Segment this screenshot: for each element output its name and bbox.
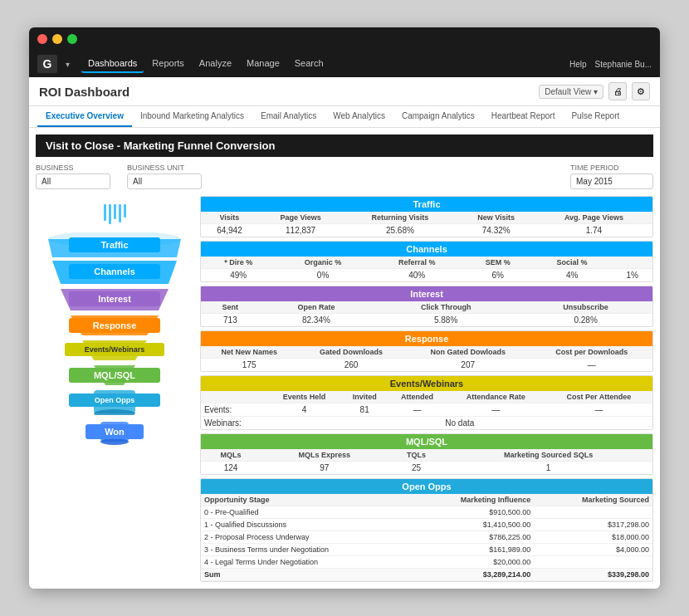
channels-table: * Dire % Organic % Referral % SEM % Soci… xyxy=(201,257,652,281)
channels-header: Channels xyxy=(201,242,652,257)
mql-table: MQLs MQLs Express TQLs Marketing Sourced… xyxy=(201,449,652,474)
nav-item-reports[interactable]: Reports xyxy=(145,55,191,73)
nav-item-dashboards[interactable]: Dashboards xyxy=(81,55,144,73)
nav-item-manage[interactable]: Manage xyxy=(240,55,286,73)
close-button[interactable] xyxy=(37,34,47,44)
channels-section: Channels * Dire % Organic % Referral % S… xyxy=(200,241,653,282)
events-val-attended: — xyxy=(388,403,447,417)
main-content: Visit to Close - Marketing Funnel Conver… xyxy=(29,128,660,589)
business-select[interactable]: All xyxy=(36,174,110,189)
funnel-mql: MQL/SQL xyxy=(36,365,193,387)
events-col-invited: Invited xyxy=(341,391,388,403)
tab-pulse-report[interactable]: Pulse Report xyxy=(563,106,628,127)
svg-point-4 xyxy=(100,438,129,445)
table-row: 4 - Legal Terms Under Negotiation $20,00… xyxy=(201,556,652,569)
tab-email-analytics[interactable]: Email Analytics xyxy=(252,106,325,127)
traffic-table: Visits Page Views Returning Visits New V… xyxy=(201,212,652,237)
response-header: Response xyxy=(201,331,652,346)
default-view-dropdown[interactable]: Default View ▾ xyxy=(539,85,603,99)
interest-val-unsub: 0.28% xyxy=(519,314,652,327)
traffic-val-pageviews: 112,837 xyxy=(258,224,343,237)
channels-col-social: Social % xyxy=(532,257,613,269)
mql-col-tqls: TQLs xyxy=(388,449,445,462)
user-menu[interactable]: Stephanie Bu... xyxy=(595,60,652,69)
events-col-attended: Attended xyxy=(388,391,447,403)
openopps-table: Opportunity Stage Marketing Influence Ma… xyxy=(201,494,652,581)
events-col-rate: Attendance Rate xyxy=(447,391,545,403)
interest-header: Interest xyxy=(201,286,652,301)
mql-val-mqls: 124 xyxy=(201,462,261,475)
time-period-select[interactable]: May 2015 xyxy=(570,174,653,189)
opps-sourced-3: $4,000.00 xyxy=(534,544,652,556)
opps-sum-sourced: $339,298.00 xyxy=(534,569,652,581)
table-row: 124 97 25 1 xyxy=(201,462,652,475)
minimize-button[interactable] xyxy=(52,34,62,44)
interest-col-clickthrough: Click Through xyxy=(373,301,519,314)
traffic-section: Traffic Visits Page Views Returning Visi… xyxy=(200,196,653,237)
app-window: G ▾ Dashboards Reports Analyze Manage Se… xyxy=(29,27,660,589)
nav-item-search[interactable]: Search xyxy=(288,55,330,73)
business-filter: BUSINESS All xyxy=(36,164,110,189)
logo: G xyxy=(37,55,57,73)
funnel-mql-label: MQL/SQL xyxy=(69,368,160,383)
nav-dropdown[interactable]: ▾ xyxy=(66,60,70,69)
table-row: 0 - Pre-Qualified $910,500.00 xyxy=(201,506,652,519)
traffic-val-returning: 25.68% xyxy=(343,224,457,237)
mql-col-express: MQLs Express xyxy=(261,449,388,462)
interest-val-sent: 713 xyxy=(201,314,260,327)
opps-influence-2: $786,225.00 xyxy=(411,531,534,544)
funnel-won: Won xyxy=(36,422,193,445)
table-row: 3 - Business Terms under Negotiation $16… xyxy=(201,544,652,556)
opps-stage-2: 2 - Proposal Process Underway xyxy=(201,531,411,544)
traffic-header: Traffic xyxy=(201,197,652,212)
events-section: Events/Webinars Events Held Invited Atte… xyxy=(200,375,653,430)
wave-4 xyxy=(119,204,121,222)
print-button[interactable]: 🖨 xyxy=(608,82,627,100)
events-val-rate: — xyxy=(447,403,545,417)
nav-items: Dashboards Reports Analyze Manage Search xyxy=(81,55,566,73)
tab-executive-overview[interactable]: Executive Overview xyxy=(37,106,132,127)
opps-col-influence: Marketing Influence xyxy=(411,494,534,506)
nav-item-analyze[interactable]: Analyze xyxy=(193,55,238,73)
events-header: Events/Webinars xyxy=(201,376,652,391)
response-col-newnames: Net New Names xyxy=(201,346,297,359)
funnel-traffic: Traffic xyxy=(36,232,193,259)
traffic-val-visits: 64,942 xyxy=(201,224,258,237)
business-label: BUSINESS xyxy=(36,164,110,172)
tab-heartbeat-report[interactable]: Heartbeat Report xyxy=(483,106,564,127)
tab-campaign-analytics[interactable]: Campaign Analytics xyxy=(393,106,483,127)
interest-col-sent: Sent xyxy=(201,301,260,314)
tab-bar: Executive Overview Inbound Marketing Ana… xyxy=(29,106,660,128)
settings-button[interactable]: ⚙ xyxy=(632,82,650,100)
events-col-empty xyxy=(201,391,267,403)
tab-inbound-marketing[interactable]: Inbound Marketing Analytics xyxy=(132,106,252,127)
opps-stage-4: 4 - Legal Terms Under Negotiation xyxy=(201,556,411,569)
channels-val-direct: 49% xyxy=(201,269,276,282)
response-col-nongated: Non Gated Dowloads xyxy=(405,346,531,359)
filters: BUSINESS All BUSINESS UNIT All TIME PERI… xyxy=(36,164,653,189)
channels-col-referral: Referral % xyxy=(370,257,464,269)
page-actions: Default View ▾ 🖨 ⚙ xyxy=(539,82,650,100)
response-table: Net New Names Gated Downloads Non Gated … xyxy=(201,346,652,371)
page-header: ROI Dashboard Default View ▾ 🖨 ⚙ xyxy=(29,77,660,106)
traffic-col-returning: Returning Visits xyxy=(343,212,457,224)
interest-section: Interest Sent Open Rate Click Through Un… xyxy=(200,286,653,327)
tab-web-analytics[interactable]: Web Analytics xyxy=(325,106,393,127)
section-title: Visit to Close - Marketing Funnel Conver… xyxy=(36,134,653,157)
funnel-response: Response xyxy=(36,315,193,337)
business-unit-select[interactable]: All xyxy=(127,174,202,189)
nav-bar: G ▾ Dashboards Reports Analyze Manage Se… xyxy=(29,51,660,77)
events-val-invited: 81 xyxy=(341,403,388,417)
interest-col-openrate: Open Rate xyxy=(260,301,373,314)
events-val-held: 4 xyxy=(267,403,342,417)
funnel-response-label: Response xyxy=(69,318,160,333)
response-val-newnames: 175 xyxy=(201,359,297,372)
response-val-cost: — xyxy=(531,359,652,372)
funnel-won-label: Won xyxy=(86,424,144,439)
maximize-button[interactable] xyxy=(67,34,77,44)
help-link[interactable]: Help xyxy=(569,60,587,69)
table-row: 49% 0% 40% 6% 4% 1% xyxy=(201,269,652,282)
table-row: 713 82.34% 5.88% 0.28% xyxy=(201,314,652,327)
wave-3 xyxy=(114,204,116,219)
opps-sum-row: Sum $3,289,214.00 $339,298.00 xyxy=(201,569,652,581)
